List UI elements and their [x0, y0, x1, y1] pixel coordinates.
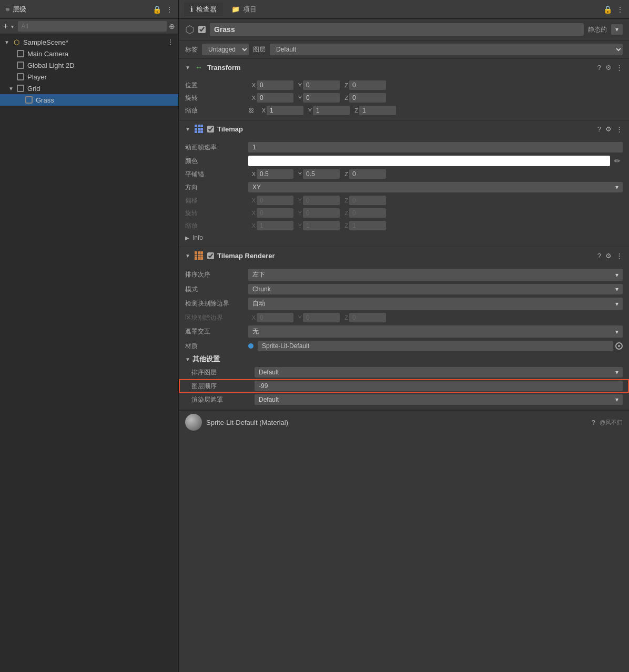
animation-rate-input[interactable]: [248, 142, 623, 152]
tilemap-scale-y-input[interactable]: [303, 221, 340, 230]
material-footer: Sprite-Lit-Default (Material) ? @风不归: [179, 410, 629, 434]
tree-item-global-light[interactable]: ▶ Global Light 2D: [0, 59, 178, 71]
prop-tile-anchor: 平铺锚 X Y Z: [179, 168, 629, 180]
chunk-y-input[interactable]: [303, 313, 340, 322]
lock-icon[interactable]: 🔒: [153, 5, 161, 14]
search-scope-icon[interactable]: ⊕: [169, 22, 175, 30]
direction-dropdown[interactable]: XY ▾: [248, 182, 623, 192]
tilemap-rot-z-input[interactable]: [349, 208, 386, 218]
rotation-x-input[interactable]: [257, 93, 293, 103]
tilemap-scale-z-input[interactable]: [349, 221, 386, 230]
chunk-x-input[interactable]: [257, 313, 293, 322]
scale-x-input[interactable]: [267, 106, 303, 115]
rotation-y-input[interactable]: [303, 93, 340, 103]
offset-z-input[interactable]: [349, 196, 386, 205]
tilemap-scale-x-input[interactable]: [257, 221, 293, 230]
position-z-input[interactable]: [349, 80, 386, 90]
object-name-input[interactable]: [210, 23, 584, 36]
position-x-input[interactable]: [257, 80, 293, 90]
tab-bar-left: ℹ 检查器 📁 项目: [184, 3, 263, 16]
material-help-icon[interactable]: ?: [592, 419, 595, 426]
render-mask-chevron: ▾: [615, 396, 618, 403]
tilemap-header[interactable]: ▼ Tilemap ? ⚙ ⋮: [179, 120, 629, 137]
layer-select[interactable]: Default: [270, 44, 623, 55]
tilemap-renderer-checkbox[interactable]: [207, 252, 214, 259]
material-target-icon[interactable]: [615, 342, 623, 350]
tilemap-enabled-checkbox[interactable]: [207, 126, 214, 133]
inspector-more-icon[interactable]: ⋮: [616, 5, 624, 14]
render-mask-dropdown[interactable]: Default ▾: [255, 394, 623, 405]
more-options-icon[interactable]: ⋮: [166, 5, 173, 14]
layer-order-input[interactable]: [255, 381, 623, 391]
tilemap-more-icon[interactable]: ⋮: [616, 125, 623, 133]
transform-help-icon[interactable]: ?: [597, 64, 601, 72]
rotation-z-input[interactable]: [349, 93, 386, 103]
chunk-y-label: Y: [295, 314, 302, 321]
transform-header[interactable]: ▼ ↔ Transform ? ⚙ ⋮: [179, 59, 629, 76]
tilemap-rot-y-label: Y: [295, 210, 302, 216]
color-swatch[interactable]: [248, 156, 610, 166]
tilemap-rot-x-input[interactable]: [257, 208, 293, 218]
object-enabled-checkbox[interactable]: [198, 26, 206, 33]
direction-chevron: ▾: [615, 184, 618, 191]
tab-project[interactable]: 📁 项目: [225, 3, 263, 16]
tag-select[interactable]: Untagged: [202, 44, 249, 55]
prop-rotation: 旋转 X Y Z: [179, 91, 629, 104]
tree-item-main-camera[interactable]: ▶ Main Camera: [0, 48, 178, 59]
prop-chunk-bounds-label: 区块别除边界: [185, 313, 248, 322]
position-y-input[interactable]: [303, 80, 340, 90]
inspector-lock-icon[interactable]: 🔒: [603, 5, 612, 14]
search-input[interactable]: [18, 21, 167, 32]
xyz-rotation-group: X Y Z: [248, 93, 623, 103]
tab-inspector[interactable]: ℹ 检查器: [184, 3, 223, 16]
offset-y-input[interactable]: [303, 196, 340, 205]
hierarchy-header-right: 🔒 ⋮: [153, 5, 173, 14]
tilemap-renderer-help-icon[interactable]: ?: [597, 252, 601, 260]
tilemap-renderer-settings-icon[interactable]: ⚙: [605, 252, 612, 260]
transform-arrow: ▼: [185, 65, 190, 70]
static-dropdown[interactable]: ▾: [611, 24, 623, 35]
info-row[interactable]: ▶ Info: [179, 232, 629, 243]
anchor-x-input[interactable]: [257, 169, 293, 179]
prop-animation-rate: 动画帧速率: [179, 140, 629, 154]
eyedropper-button[interactable]: ✏: [612, 157, 623, 165]
scene-options-icon[interactable]: ⋮: [167, 38, 174, 46]
scale-link-icon[interactable]: ⛓: [248, 107, 254, 114]
anchor-y-input[interactable]: [303, 169, 340, 179]
material-input[interactable]: [258, 341, 613, 351]
tree-item-player[interactable]: ▶ Player: [0, 71, 178, 83]
scale-x-label: X: [258, 107, 266, 114]
transform-more-icon[interactable]: ⋮: [616, 64, 623, 72]
prop-rotation-value: X Y Z: [248, 93, 623, 103]
tilemap-help-icon[interactable]: ?: [597, 125, 601, 133]
tree-item-sample-scene[interactable]: ▼ ⬡ SampleScene* ⋮: [0, 36, 178, 48]
mask-interaction-chevron: ▾: [615, 328, 618, 335]
tilemap-rot-y-input[interactable]: [303, 208, 340, 218]
prop-render-mask-value: Default ▾: [255, 394, 623, 405]
mask-interaction-dropdown[interactable]: 无 ▾: [248, 325, 623, 338]
tilemap-renderer-more-icon[interactable]: ⋮: [616, 252, 623, 260]
mode-dropdown[interactable]: Chunk ▾: [248, 284, 623, 294]
sort-order-dropdown[interactable]: 左下 ▾: [248, 269, 623, 281]
project-tab-icon: 📁: [231, 5, 240, 13]
chunk-z-input[interactable]: [349, 313, 386, 322]
cube-icon-global-light: [16, 60, 25, 70]
tilemap-renderer-icon: [194, 250, 204, 261]
detect-chunk-dropdown[interactable]: 自动 ▾: [248, 298, 623, 310]
scale-y-input[interactable]: [313, 106, 350, 115]
add-button[interactable]: +: [3, 22, 8, 31]
tree-item-grid[interactable]: ▼ Grid: [0, 83, 178, 94]
tilemap-settings-icon[interactable]: ⚙: [605, 125, 612, 133]
offset-x-input[interactable]: [257, 196, 293, 205]
add-dropdown-icon[interactable]: ▾: [11, 24, 14, 29]
info-label: Info: [192, 234, 203, 241]
anchor-z-input[interactable]: [349, 169, 386, 179]
scale-z-input[interactable]: [359, 106, 396, 115]
tree-item-grass[interactable]: ▶ Grass: [0, 94, 178, 106]
tilemap-renderer-header[interactable]: ▼ Tilemap Renderer ? ⚙ ⋮: [179, 247, 629, 264]
sort-layer-dropdown[interactable]: Default ▾: [255, 367, 623, 378]
transform-settings-icon[interactable]: ⚙: [605, 64, 612, 72]
info-arrow: ▶: [185, 235, 189, 241]
other-settings-arrow[interactable]: ▼: [185, 357, 190, 362]
prop-render-mask-label: 渲染层遮罩: [191, 395, 255, 404]
